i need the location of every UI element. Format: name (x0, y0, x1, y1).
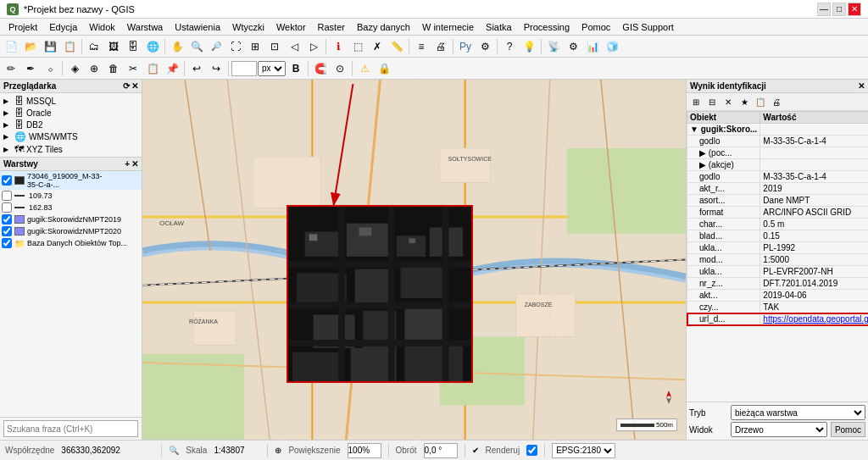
id-panel-close-icon[interactable]: ✕ (858, 81, 865, 91)
python-button[interactable]: Py (456, 37, 475, 56)
scale-input[interactable] (214, 446, 260, 455)
layer-visible-button[interactable]: ⚠ (355, 59, 374, 78)
chart-button[interactable]: 📊 (583, 37, 602, 56)
menu-raster[interactable]: Raster (313, 21, 350, 33)
id-collapse-button[interactable]: ⊟ (704, 94, 720, 109)
table-row[interactable]: akt_r... 2019 (687, 183, 869, 195)
layer-visibility-checkbox[interactable] (2, 202, 12, 213)
menu-w-internecie[interactable]: W internecie (417, 21, 479, 33)
paste-button[interactable]: 📌 (163, 59, 181, 78)
menu-pomoc[interactable]: Pomoc (576, 21, 615, 33)
layers-close-icon[interactable]: ✕ (131, 159, 138, 169)
layer-visibility-checkbox[interactable] (2, 214, 12, 224)
browser-item-wms[interactable]: ▶ 🌐 WMS/WMTS (2, 130, 140, 143)
snap-button[interactable]: 🧲 (311, 59, 330, 78)
table-row[interactable]: asort... Dane NMPT (687, 195, 869, 207)
menu-wtyczki[interactable]: Wtyczki (227, 21, 270, 33)
layer-item-nmpt2019[interactable]: gugik:SkorowidzNMPT2019 (0, 213, 142, 225)
layer-item-162[interactable]: 162.83 (0, 202, 142, 213)
table-row[interactable]: char... 0.5 m (687, 219, 869, 230)
bold-button[interactable]: B (287, 59, 305, 78)
table-row[interactable]: czy... TAK (687, 302, 869, 313)
menu-ustawienia[interactable]: Ustawienia (170, 21, 225, 33)
font-unit-select[interactable]: px (258, 61, 286, 76)
zoom-input[interactable] (348, 443, 381, 458)
browser-item-oracle[interactable]: ▶ 🗄 Oracle (2, 107, 140, 119)
rotation-input[interactable] (424, 443, 458, 458)
add-wms-button[interactable]: 🌐 (143, 37, 162, 56)
zoom-layer-button[interactable]: ⊡ (265, 37, 284, 56)
pan-button[interactable]: ✋ (168, 37, 186, 56)
close-button[interactable]: ✕ (848, 3, 861, 16)
copy-button[interactable]: 📋 (143, 59, 162, 78)
identify-button[interactable]: ℹ (329, 37, 348, 56)
move-button[interactable]: ⊕ (85, 59, 103, 78)
table-row[interactable]: godlo M-33-35-C-a-1-4 (687, 171, 869, 183)
map-area[interactable]: OCŁAW SOŁTYSOWICE RÓŻANKA ZABOSZE (142, 80, 686, 440)
snap2-button[interactable]: ⊙ (331, 59, 349, 78)
table-row[interactable]: format ARC/INFO ASCII GRID (687, 207, 869, 219)
save-as-button[interactable]: 📋 (60, 37, 79, 56)
widok-select[interactable]: Drzewo (731, 422, 827, 437)
url-link[interactable]: https://opendata.geoportal.gov.p (763, 314, 868, 324)
menu-edycja[interactable]: Edycja (44, 21, 82, 33)
undo-button[interactable]: ↩ (187, 59, 206, 78)
menu-wektor[interactable]: Wektor (271, 21, 311, 33)
cut-button[interactable]: ✂ (124, 59, 142, 78)
attribute-table-button[interactable]: ≡ (412, 37, 431, 56)
id-print-button[interactable]: 🖨 (769, 94, 784, 109)
zoom-out-button[interactable]: 🔎 (207, 37, 225, 56)
pomoc-button[interactable]: Pomoc (831, 422, 865, 437)
layer-item-bdo[interactable]: 📁 Baza Danych Obiektów Top... (0, 237, 142, 249)
id-highlight-button[interactable]: ★ (737, 94, 752, 109)
minimize-button[interactable]: — (817, 3, 831, 16)
table-row[interactable]: blad... 0.15 (687, 230, 869, 242)
menu-gis-support[interactable]: GIS Support (617, 21, 679, 33)
tryb-select[interactable]: bieżąca warstwa (731, 405, 865, 420)
layer-lock-button[interactable]: 🔒 (375, 59, 393, 78)
add-raster-button[interactable]: 🖼 (104, 37, 123, 56)
id-clear-button[interactable]: ✕ (721, 94, 736, 109)
zoom-in-button[interactable]: 🔍 (187, 37, 206, 56)
layer-item-109[interactable]: 109.73 (0, 190, 142, 202)
table-row[interactable]: ukla... PL-1992 (687, 242, 869, 254)
layer-visibility-checkbox[interactable] (2, 175, 12, 186)
layers-add-icon[interactable]: + (125, 159, 130, 169)
delete-button[interactable]: 🗑 (104, 59, 123, 78)
3d-button[interactable]: 🧊 (603, 37, 621, 56)
maximize-button[interactable]: □ (832, 3, 846, 16)
node-button[interactable]: ◈ (65, 59, 84, 78)
table-row[interactable]: ▶ (akcje) (687, 159, 869, 171)
gps-button[interactable]: 📡 (544, 37, 563, 56)
open-project-button[interactable]: 📂 (21, 37, 40, 56)
redo-button[interactable]: ↪ (207, 59, 225, 78)
table-row[interactable]: ▶ (poc... (687, 147, 869, 159)
menu-warstwa[interactable]: Warstwa (122, 21, 168, 33)
add-vector-button[interactable]: 🗂 (85, 37, 103, 56)
new-project-button[interactable]: 📄 (2, 37, 20, 56)
menu-projekt[interactable]: Projekt (3, 21, 42, 33)
browser-item-xyz[interactable]: ▶ 🗺 XYZ Tiles (2, 143, 140, 155)
table-row[interactable]: url_d... https://opendata.geoportal.gov.… (687, 313, 869, 325)
layer-visibility-checkbox[interactable] (2, 191, 12, 201)
save-project-button[interactable]: 💾 (41, 37, 59, 56)
zoom-prev-button[interactable]: ◁ (285, 37, 303, 56)
help-button[interactable]: ? (500, 37, 519, 56)
font-size-input[interactable]: 12 (231, 61, 257, 76)
table-row[interactable]: ▼ gugik:Skoro... (687, 124, 869, 136)
measure-button[interactable]: 📏 (387, 37, 406, 56)
plugin-button[interactable]: ⚙ (476, 37, 494, 56)
search-input[interactable] (3, 420, 138, 437)
table-row[interactable]: akt... 2019-04-06 (687, 290, 869, 302)
render-checkbox[interactable] (526, 445, 537, 456)
edit2-button[interactable]: ✒ (21, 59, 40, 78)
coordinates-input[interactable] (61, 446, 154, 455)
menu-processing[interactable]: Processing (519, 21, 575, 33)
table-row[interactable]: ukla... PL-EVRF2007-NH (687, 266, 869, 278)
zoom-next-button[interactable]: ▷ (304, 37, 323, 56)
menu-widok[interactable]: Widok (84, 21, 120, 33)
layer-item-nmpt2020[interactable]: gugik:SkorowidzNMPT2020 (0, 225, 142, 237)
layer-item-raster[interactable]: 73046_919009_M-33-35-C-a-... (0, 171, 142, 190)
table-row[interactable]: godlo M-33-35-C-a-1-4 (687, 136, 869, 147)
table-row[interactable]: nr_z... DFT.7201.014.2019 (687, 278, 869, 290)
